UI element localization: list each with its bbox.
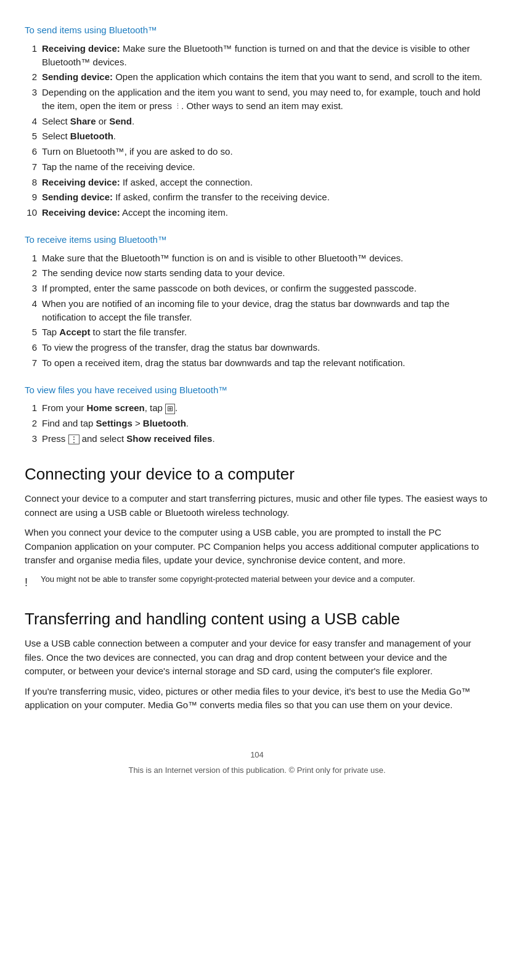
list-item: 8 Receiving device: If asked, accept the… <box>25 176 489 189</box>
receive-section-title: To receive items using Bluetooth™ <box>25 233 489 247</box>
send-section: To send items using Bluetooth™ 1 Receivi… <box>25 23 489 219</box>
list-item: 6 To view the progress of the transfer, … <box>25 341 489 354</box>
footer-text: This is an Internet version of this publ… <box>25 765 489 777</box>
usb-para2: If you're transferring music, video, pic… <box>25 685 489 713</box>
connecting-heading: Connecting your device to a computer <box>25 463 489 486</box>
grid-icon: ⊞ <box>165 404 175 414</box>
view-section-title: To view files you have received using Bl… <box>25 383 489 397</box>
send-section-title: To send items using Bluetooth™ <box>25 23 489 37</box>
list-item: 9 Sending device: If asked, confirm the … <box>25 190 489 204</box>
list-item: 3 Depending on the application and the i… <box>25 86 489 113</box>
list-item: 3 If prompted, enter the same passcode o… <box>25 282 489 295</box>
list-item: 2 Sending device: Open the application w… <box>25 70 489 84</box>
view-section: To view files you have received using Bl… <box>25 383 489 446</box>
list-item: 5 Tap Accept to start the file transfer. <box>25 325 489 339</box>
connecting-para2: When you connect your device to the comp… <box>25 526 489 568</box>
page-number: 104 <box>25 749 489 761</box>
list-item: 7 To open a received item, drag the stat… <box>25 356 489 370</box>
note-text: You might not be able to transfer some c… <box>41 574 415 586</box>
list-item: 6 Turn on Bluetooth™, if you are asked t… <box>25 145 489 158</box>
list-item: 4 Select Share or Send. <box>25 115 489 128</box>
list-item: 1 From your Home screen, tap ⊞. <box>25 401 489 415</box>
note-exclamation-icon: ! <box>25 574 36 590</box>
connecting-para1: Connect your device to a computer and st… <box>25 492 489 520</box>
connecting-section: Connecting your device to a computer Con… <box>25 463 489 590</box>
receive-list: 1 Make sure that the Bluetooth™ function… <box>25 251 489 370</box>
list-item: 3 Press ⋮ and select Show received files… <box>25 432 489 446</box>
list-item: 10 Receiving device: Accept the incoming… <box>25 206 489 219</box>
list-item: 4 When you are notified of an incoming f… <box>25 297 489 324</box>
send-list: 1 Receiving device: Make sure the Blueto… <box>25 42 489 219</box>
usb-heading: Transferring and handling content using … <box>25 608 489 631</box>
list-item: 1 Receiving device: Make sure the Blueto… <box>25 42 489 69</box>
list-item: 2 The sending device now starts sending … <box>25 266 489 280</box>
view-list: 1 From your Home screen, tap ⊞. 2 Find a… <box>25 401 489 445</box>
usb-para1: Use a USB cable connection between a com… <box>25 637 489 679</box>
list-item: 1 Make sure that the Bluetooth™ function… <box>25 251 489 265</box>
menu-icon: ⋮ <box>68 435 80 444</box>
usb-section: Transferring and handling content using … <box>25 608 489 713</box>
receive-section: To receive items using Bluetooth™ 1 Make… <box>25 233 489 370</box>
page-footer: 104 This is an Internet version of this … <box>25 749 489 777</box>
list-item: 7 Tap the name of the receiving device. <box>25 160 489 174</box>
note-row: ! You might not be able to transfer some… <box>25 574 489 590</box>
list-item: 5 Select Bluetooth. <box>25 129 489 143</box>
list-item: 2 Find and tap Settings > Bluetooth. <box>25 417 489 430</box>
